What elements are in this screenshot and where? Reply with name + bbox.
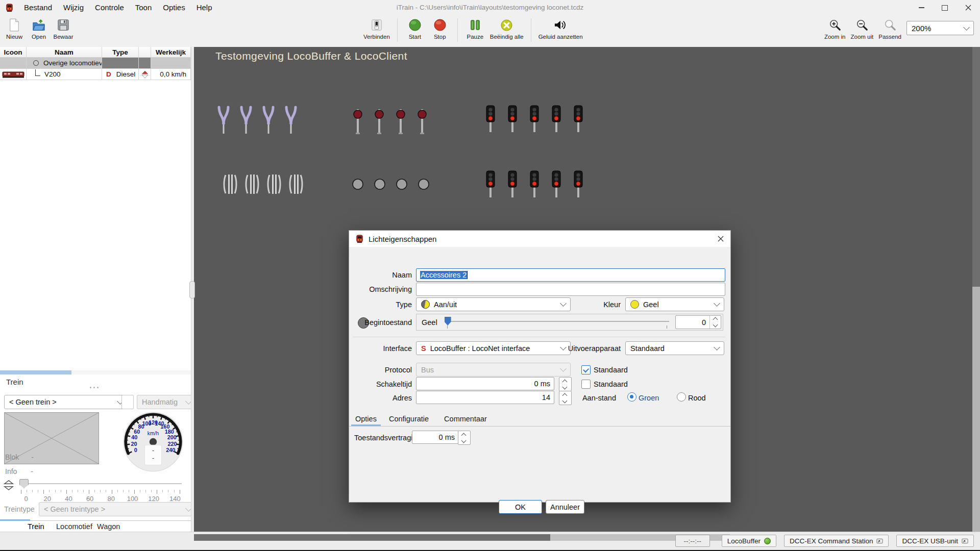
canvas-hscrollbar[interactable] <box>194 534 730 541</box>
zoom-fit-button[interactable]: Passend <box>878 17 901 40</box>
start-button[interactable]: Start <box>405 17 425 40</box>
canvas-hscrollbar-thumb[interactable] <box>194 534 550 541</box>
naam-input[interactable]: Accessoires 2 <box>416 268 725 282</box>
splitter-handle[interactable] <box>189 281 195 298</box>
adres-input[interactable]: 14 <box>416 391 554 404</box>
red-lamp-signal[interactable] <box>396 107 405 135</box>
schakeltijd-input[interactable]: 0 ms <box>416 377 554 390</box>
sound-button[interactable]: Geluid aanzetten <box>538 17 583 40</box>
speed-slider-thumb[interactable] <box>19 479 29 488</box>
col-header-blank[interactable] <box>139 47 151 58</box>
canvas-vscrollbar[interactable] <box>972 47 980 532</box>
signal-head-signal[interactable] <box>529 170 540 199</box>
gray-lamp-signal[interactable] <box>374 178 386 190</box>
schakeltijd-spinner[interactable] <box>559 377 572 391</box>
tab-opties[interactable]: Opties <box>349 412 383 425</box>
col-header-werkelijk[interactable]: Werkelijk <box>151 47 191 58</box>
tab-wagon[interactable]: Wagon <box>97 522 120 531</box>
stop-button[interactable]: Stop <box>430 17 450 40</box>
signal-head-signal[interactable] <box>551 105 562 134</box>
type-combobox[interactable]: Aan/uit <box>416 297 571 311</box>
spinner-buttons[interactable] <box>709 316 721 329</box>
signal-head-signal[interactable] <box>551 170 562 199</box>
connect-button[interactable]: Verbinden <box>363 17 390 40</box>
zoom-level-select[interactable]: 200% <box>906 21 974 35</box>
signal-head-signal[interactable] <box>507 170 518 199</box>
dccex-command-station-button[interactable]: DCC-EX Command Station <box>784 535 889 547</box>
signal-head-signal[interactable] <box>485 105 496 134</box>
signal-head-signal[interactable] <box>573 105 584 134</box>
new-button[interactable]: Nieuw <box>4 17 24 40</box>
red-lamp-signal[interactable] <box>418 107 427 135</box>
panel-hscrollbar-thumb[interactable] <box>0 370 71 374</box>
gray-lamp-signal[interactable] <box>418 178 430 190</box>
tab-trein[interactable]: Trein <box>28 522 44 531</box>
speed-slider[interactable] <box>19 479 182 488</box>
begintoestand-slider-thumb[interactable] <box>445 317 451 325</box>
menu-help[interactable]: Help <box>191 0 218 15</box>
tab-locomotief[interactable]: Locomotief <box>56 522 92 531</box>
col-header-icoon[interactable]: Icoon <box>0 47 27 58</box>
cancel-button[interactable]: Annuleer <box>546 500 584 514</box>
schakeltijd-standaard-checkbox[interactable] <box>581 380 591 389</box>
direction-toggle-icon[interactable] <box>4 480 14 493</box>
interface-combobox[interactable]: S LocoBuffer : LocoNet interface <box>416 341 571 355</box>
locobuffer-status-button[interactable]: LocoBuffer <box>722 535 776 547</box>
tab-commentaar[interactable]: Commentaar <box>438 412 493 425</box>
semaphore-signal[interactable] <box>239 105 253 135</box>
omschrijving-input[interactable] <box>416 283 725 296</box>
menu-toon[interactable]: Toon <box>130 0 158 15</box>
dccex-usb-unit-button[interactable]: DCC-EX USB-unit <box>896 535 974 547</box>
close-button[interactable] <box>957 0 980 15</box>
speed-slider-track[interactable] <box>19 483 182 484</box>
signal-head-signal[interactable] <box>507 105 518 134</box>
gate-signal[interactable] <box>245 171 259 197</box>
kleur-combobox[interactable]: Geel <box>625 297 724 311</box>
red-lamp-signal[interactable] <box>353 107 362 135</box>
groen-radio[interactable] <box>627 392 636 402</box>
zoom-in-button[interactable]: Zoom in <box>824 17 846 40</box>
rood-radio[interactable] <box>677 392 686 402</box>
begintoestand-spinner[interactable]: 0 <box>675 315 721 329</box>
menu-wijzig[interactable]: Wijzig <box>58 0 89 15</box>
open-button[interactable]: Open <box>29 17 49 40</box>
begintoestand-slider-track[interactable] <box>445 321 669 322</box>
signal-head-signal[interactable] <box>573 170 584 199</box>
col-header-type[interactable]: Type <box>102 47 139 58</box>
protocol-standaard-checkbox[interactable] <box>581 365 591 374</box>
spinner-buttons[interactable] <box>559 378 570 391</box>
panel-hscrollbar[interactable] <box>0 370 191 374</box>
ok-button[interactable]: OK <box>499 500 542 514</box>
menu-controle[interactable]: Controle <box>89 0 130 15</box>
gate-signal[interactable] <box>267 171 281 197</box>
loco-row-v200[interactable]: V200 D Diesel 0,0 km/h <box>0 69 191 80</box>
semaphore-signal[interactable] <box>284 105 298 135</box>
gray-lamp-signal[interactable] <box>396 178 408 190</box>
menu-bestand[interactable]: Bestand <box>18 0 58 15</box>
semaphore-signal[interactable] <box>261 105 276 135</box>
begintoestand-slider[interactable] <box>445 314 669 331</box>
spinner-buttons[interactable] <box>458 431 469 444</box>
drag-handle-icon[interactable] <box>90 387 101 389</box>
train-select[interactable]: < Geen trein > <box>4 395 128 409</box>
gate-signal[interactable] <box>223 171 237 197</box>
dialog-close-button[interactable] <box>712 231 729 247</box>
toestandsvertraging-spinner[interactable] <box>458 431 471 445</box>
gray-lamp-signal[interactable] <box>352 178 364 190</box>
signal-head-signal[interactable] <box>485 170 496 199</box>
uitvoerapparaat-combobox[interactable]: Standaard <box>625 341 724 355</box>
minimize-button[interactable] <box>910 0 933 15</box>
tab-configuratie[interactable]: Configuratie <box>383 412 435 425</box>
end-all-button[interactable]: Beëindig alle <box>490 17 524 40</box>
toestandsvertraging-input[interactable]: 0 ms <box>412 431 459 444</box>
maximize-button[interactable] <box>933 0 957 15</box>
gate-signal[interactable] <box>289 171 303 197</box>
canvas-vscrollbar-thumb[interactable] <box>972 47 980 287</box>
zoom-out-button[interactable]: Zoom uit <box>850 17 873 40</box>
save-button[interactable]: Bewaar <box>53 17 74 40</box>
loco-group-row[interactable]: Overige locomotieven... <box>0 58 191 69</box>
pause-button[interactable]: Pauze <box>465 17 485 40</box>
red-lamp-signal[interactable] <box>375 107 384 135</box>
signal-head-signal[interactable] <box>529 105 540 134</box>
col-header-naam[interactable]: Naam <box>27 47 102 58</box>
